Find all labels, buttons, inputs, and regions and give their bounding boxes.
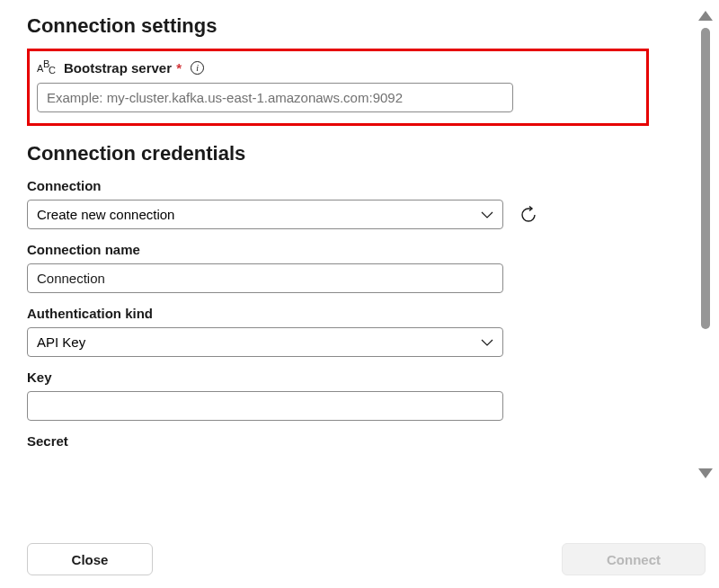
section-title-credentials: Connection credentials	[27, 142, 649, 165]
abc-icon: ABC	[37, 61, 57, 76]
bootstrap-highlight-box: ABC Bootstrap server * i	[27, 49, 649, 126]
key-label: Key	[27, 370, 649, 385]
connection-name-label: Connection name	[27, 242, 649, 257]
bootstrap-server-label: Bootstrap server *	[64, 60, 182, 76]
scroll-down-icon[interactable]	[698, 468, 713, 478]
bootstrap-server-input[interactable]	[37, 83, 513, 112]
connection-select[interactable]: Create new connection	[27, 200, 503, 229]
scrollbar[interactable]	[699, 11, 712, 478]
scroll-up-icon[interactable]	[698, 11, 713, 21]
connection-label: Connection	[27, 178, 649, 193]
auth-kind-label: Authentication kind	[27, 306, 649, 321]
chevron-down-icon	[481, 339, 493, 346]
required-asterisk: *	[173, 60, 182, 76]
section-title-settings: Connection settings	[27, 14, 649, 38]
footer: Close Connect	[27, 527, 706, 575]
chevron-down-icon	[481, 211, 493, 218]
scroll-thumb[interactable]	[701, 28, 710, 329]
close-button[interactable]: Close	[27, 543, 153, 575]
key-input[interactable]	[27, 391, 503, 421]
auth-kind-select[interactable]: API Key	[27, 327, 503, 357]
auth-kind-select-value: API Key	[37, 334, 85, 350]
connection-select-value: Create new connection	[37, 207, 174, 222]
info-icon[interactable]: i	[191, 61, 204, 75]
secret-label: Secret	[27, 433, 649, 449]
bootstrap-label-row: ABC Bootstrap server * i	[37, 60, 639, 76]
connection-name-input[interactable]	[27, 263, 503, 293]
refresh-icon[interactable]	[519, 206, 537, 224]
connect-button[interactable]: Connect	[562, 543, 706, 575]
